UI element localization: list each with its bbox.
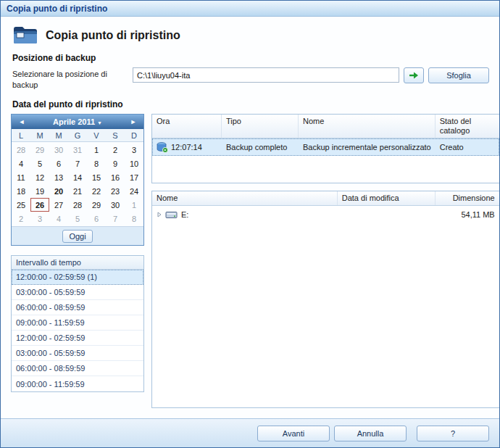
- backup-location-label: Selezionare la posizione di backup: [12, 67, 128, 91]
- column-header-data-modifica[interactable]: Data di modifica: [338, 191, 436, 205]
- go-button[interactable]: [404, 67, 424, 83]
- browse-button[interactable]: Sfoglia: [428, 67, 489, 83]
- volume-name: E:: [181, 210, 188, 219]
- calendar-day[interactable]: 2: [12, 212, 30, 225]
- calendar-day[interactable]: 1: [87, 143, 106, 157]
- calendar-day[interactable]: 27: [49, 198, 68, 212]
- column-header-nome[interactable]: Nome: [299, 115, 436, 138]
- column-header-dimensione[interactable]: Dimensione: [436, 191, 499, 205]
- calendar-day[interactable]: 8: [125, 212, 143, 225]
- calendar-prev-icon[interactable]: ◄: [16, 118, 28, 125]
- time-interval-row[interactable]: 03:00:00 - 05:59:59: [12, 285, 143, 300]
- calendar-day[interactable]: 3: [30, 212, 49, 225]
- restore-point-folder-icon: [12, 25, 38, 46]
- backup-location-row: Selezionare la posizione di backup Sfogl…: [12, 67, 489, 95]
- calendar-day[interactable]: 4: [12, 157, 30, 170]
- calendar-day[interactable]: 11: [12, 170, 30, 184]
- column-header-ora[interactable]: Ora: [152, 115, 222, 138]
- calendar: ◄ Aprile 2011▼ ► LMMGVSD 282930311234567…: [11, 114, 144, 246]
- time-interval-row[interactable]: 03:00:00 - 05:59:59: [12, 346, 143, 361]
- expand-icon[interactable]: [157, 212, 162, 217]
- time-interval-row[interactable]: 12:00:00 - 02:59:59: [12, 331, 143, 346]
- chevron-down-icon: ▼: [97, 120, 102, 125]
- calendar-day[interactable]: 6: [87, 212, 106, 225]
- calendar-day[interactable]: 3: [125, 143, 143, 157]
- calendar-weekday-label: G: [68, 129, 87, 141]
- calendar-footer: Oggi: [12, 226, 143, 245]
- today-button[interactable]: Oggi: [62, 230, 93, 243]
- section-title-backup-location: Posizione di backup: [12, 53, 489, 63]
- main-area: ◄ Aprile 2011▼ ► LMMGVSD 282930311234567…: [11, 114, 489, 408]
- dialog-content: Copia punto di ripristino Posizione di b…: [1, 17, 499, 418]
- calendar-month-dropdown[interactable]: Aprile 2011▼: [28, 117, 128, 126]
- time-interval-header: Intervallo di tempo: [12, 256, 143, 270]
- time-interval-list: Intervallo di tempo 12:00:00 - 02:59:59 …: [11, 255, 144, 392]
- calendar-day[interactable]: 30: [49, 143, 68, 157]
- calendar-day[interactable]: 16: [106, 170, 125, 184]
- calendar-day[interactable]: 18: [12, 184, 30, 198]
- calendar-day[interactable]: 31: [68, 143, 87, 157]
- column-header-nome[interactable]: Nome: [152, 191, 338, 205]
- window-title: Copia punto di ripristino: [7, 4, 107, 14]
- calendar-day[interactable]: 5: [68, 212, 87, 225]
- calendar-day[interactable]: 8: [87, 157, 106, 170]
- time-interval-row[interactable]: 06:00:00 - 08:59:59: [12, 300, 143, 315]
- calendar-day[interactable]: 25: [12, 198, 30, 212]
- backup-point-row[interactable]: 12:07:14 Backup completo Backup incremen…: [152, 138, 499, 156]
- column-header-stato-catalogo[interactable]: Stato del catalogo: [436, 115, 499, 138]
- time-interval-row[interactable]: 09:00:00 - 11:59:59: [12, 376, 143, 391]
- backup-time: 12:07:14: [171, 143, 202, 152]
- calendar-weekday-label: M: [49, 129, 68, 141]
- calendar-day[interactable]: 7: [106, 212, 125, 225]
- calendar-day[interactable]: 21: [68, 184, 87, 198]
- calendar-month-label: Aprile 2011: [53, 117, 95, 126]
- calendar-day[interactable]: 23: [106, 184, 125, 198]
- calendar-weekday-row: LMMGVSD: [12, 129, 143, 142]
- window-titlebar: Copia punto di ripristino: [1, 1, 499, 17]
- calendar-day[interactable]: 2: [106, 143, 125, 157]
- calendar-day[interactable]: 15: [87, 170, 106, 184]
- calendar-day[interactable]: 30: [106, 198, 125, 212]
- footer-bar: Avanti Annulla ?: [1, 418, 499, 447]
- calendar-day[interactable]: 28: [12, 143, 30, 157]
- backup-points-table: Ora Tipo Nome Stato del catalogo: [151, 114, 499, 183]
- backup-path-input[interactable]: [133, 67, 399, 83]
- calendar-next-icon[interactable]: ►: [128, 118, 139, 125]
- page-title: Copia punto di ripristino: [46, 29, 180, 42]
- copy-restore-point-dialog: Copia punto di ripristino Copia punto di…: [0, 0, 500, 448]
- calendar-grid: 2829303112345678910111213141516171819202…: [12, 142, 143, 226]
- calendar-day[interactable]: 5: [30, 157, 49, 170]
- volume-size: 54,11 MB: [436, 210, 499, 219]
- column-header-tipo[interactable]: Tipo: [222, 115, 299, 138]
- calendar-day[interactable]: 29: [87, 198, 106, 212]
- backup-content-table: Nome Data di modifica Dimensione: [151, 191, 499, 408]
- calendar-day[interactable]: 19: [30, 184, 49, 198]
- calendar-day[interactable]: 9: [106, 157, 125, 170]
- calendar-day[interactable]: 24: [125, 184, 143, 198]
- calendar-day[interactable]: 10: [125, 157, 143, 170]
- cancel-button[interactable]: Annulla: [334, 426, 407, 441]
- calendar-day[interactable]: 14: [68, 170, 87, 184]
- calendar-day[interactable]: 7: [68, 157, 87, 170]
- calendar-day[interactable]: 29: [30, 143, 49, 157]
- next-button[interactable]: Avanti: [257, 426, 330, 441]
- right-column: Ora Tipo Nome Stato del catalogo: [151, 114, 499, 408]
- calendar-day[interactable]: 17: [125, 170, 143, 184]
- volume-row[interactable]: E: 54,11 MB: [152, 206, 499, 223]
- time-interval-row[interactable]: 06:00:00 - 08:59:59: [12, 361, 143, 376]
- calendar-day[interactable]: 6: [49, 157, 68, 170]
- calendar-day[interactable]: 12: [30, 170, 49, 184]
- calendar-day[interactable]: 13: [49, 170, 68, 184]
- time-interval-rows: 12:00:00 - 02:59:59 (1)03:00:00 - 05:59:…: [12, 270, 143, 391]
- calendar-day[interactable]: 28: [68, 198, 87, 212]
- calendar-day-selected[interactable]: 26: [30, 198, 49, 212]
- calendar-day[interactable]: 22: [87, 184, 106, 198]
- backup-points-table-header: Ora Tipo Nome Stato del catalogo: [152, 115, 499, 138]
- calendar-day[interactable]: 20: [49, 184, 68, 198]
- backup-content-table-header: Nome Data di modifica Dimensione: [152, 191, 499, 206]
- help-button[interactable]: ?: [417, 426, 489, 441]
- time-interval-row[interactable]: 12:00:00 - 02:59:59 (1): [12, 270, 143, 285]
- time-interval-row[interactable]: 09:00:00 - 11:59:59: [12, 315, 143, 331]
- calendar-day[interactable]: 4: [49, 212, 68, 225]
- calendar-day[interactable]: 1: [125, 198, 143, 212]
